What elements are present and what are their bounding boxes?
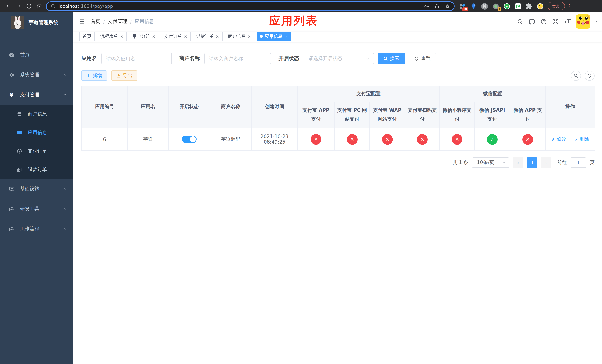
browser-update-button[interactable]: 更新	[548, 2, 565, 10]
col-group-alipay: 支付宝配置	[298, 86, 440, 102]
sidebar-item-label: 首页	[20, 52, 30, 58]
fullscreen-icon[interactable]	[553, 18, 559, 25]
sidebar-item-label: 研发工具	[20, 205, 39, 212]
trash-icon	[574, 137, 578, 141]
bookmark-star-icon[interactable]	[445, 3, 450, 9]
col-alipay-app: 支付宝 APP 支付	[298, 102, 334, 128]
sidebar-item-dev-tools[interactable]: 研发工具	[0, 199, 73, 219]
chevron-down-icon	[63, 207, 67, 211]
font-size-icon[interactable]: TT	[564, 18, 571, 25]
password-key-icon[interactable]	[424, 3, 429, 9]
tag-tab-user-group[interactable]: 用户分组	[129, 32, 159, 41]
sidebar-item-app-info[interactable]: 应用信息	[0, 123, 73, 142]
extension-green-dot-icon[interactable]: 1	[492, 2, 499, 10]
export-button[interactable]: 导出	[111, 70, 137, 81]
wechat-mini-status-icon	[452, 134, 462, 145]
extension-y-icon[interactable]: y	[503, 2, 511, 10]
address-bar[interactable]: localhost:1024/pay/app	[46, 1, 455, 11]
tag-tab-pay-order[interactable]: 支付订单	[161, 32, 191, 41]
delete-link[interactable]: 删除	[574, 136, 589, 143]
col-alipay-qr: 支付宝扫码支付	[405, 102, 440, 128]
page-size-select[interactable]: 10条/页	[472, 157, 509, 168]
col-app-name: 应用名	[128, 86, 169, 128]
github-icon[interactable]	[529, 18, 535, 25]
forward-icon[interactable]	[13, 1, 24, 11]
tag-tab-home[interactable]: 首页	[79, 32, 95, 41]
next-page-button[interactable]	[541, 157, 551, 168]
sidebar-item-merchant-info[interactable]: 商户信息	[0, 105, 73, 123]
extension-kite-icon[interactable]	[470, 2, 477, 10]
extension-blue-diamond-icon[interactable]: 10	[459, 2, 466, 10]
sidebar-item-label: 系统管理	[20, 72, 39, 78]
refresh-table-button[interactable]	[585, 71, 595, 81]
pencil-icon	[551, 137, 556, 141]
share-icon[interactable]	[434, 3, 440, 9]
merchant-name-input[interactable]	[204, 53, 271, 64]
sidebar-item-label: 工作流程	[20, 225, 39, 232]
search-icon[interactable]	[517, 18, 523, 25]
payment-submenu: 商户信息 应用信息 支付订单	[0, 105, 73, 179]
app-logo[interactable]: 芋道管理系统	[0, 12, 73, 33]
close-icon[interactable]	[184, 34, 187, 38]
sidebar-item-label: 基础设施	[20, 185, 39, 192]
extension-chat-icon[interactable]	[514, 2, 522, 10]
close-icon[interactable]	[248, 34, 251, 38]
sidebar-item-workflow[interactable]: 工作流程	[0, 219, 73, 239]
status-label: 开启状态	[279, 55, 299, 62]
close-icon[interactable]	[216, 34, 219, 38]
sidebar-item-pay-order[interactable]: 支付订单	[0, 142, 73, 160]
alipay-app-status-icon	[311, 134, 321, 145]
search-button[interactable]: 搜索	[378, 53, 405, 64]
extension-icons: 10 1 y	[459, 2, 544, 10]
screen: localhost:1024/pay/app 10 1 y	[0, 0, 602, 364]
breadcrumb-payment[interactable]: 支付管理	[108, 18, 127, 25]
current-page-button[interactable]: 1	[527, 157, 537, 168]
close-icon[interactable]	[120, 34, 123, 38]
col-wechat-mini: 微信小程序支付	[440, 102, 474, 128]
goto-page-input[interactable]	[570, 157, 586, 168]
sidebar-item-label: 支付管理	[20, 91, 39, 98]
total-count: 共 1 条	[453, 159, 468, 166]
status-select[interactable]: 请选择开启状态	[304, 53, 374, 64]
reset-button[interactable]: 重置	[409, 53, 436, 64]
enabled-toggle[interactable]	[182, 136, 197, 143]
tag-tab-process-form[interactable]: 流程表单	[97, 32, 127, 41]
avatar-caret-icon[interactable]	[596, 20, 598, 23]
sidebar-item-infrastructure[interactable]: 基础设施	[0, 179, 73, 199]
add-button[interactable]: 新增	[81, 70, 107, 81]
col-alipay-wap: 支付宝 WAP 网站支付	[370, 102, 405, 128]
toggle-search-button[interactable]	[571, 71, 581, 81]
close-icon[interactable]	[284, 34, 288, 38]
back-icon[interactable]	[3, 1, 13, 11]
prev-page-button[interactable]	[513, 157, 523, 168]
chevron-down-icon	[63, 187, 67, 191]
home-icon[interactable]	[34, 1, 44, 11]
sidebar-item-refund-order[interactable]: 退款订单	[0, 160, 73, 179]
sidebar-item-system[interactable]: 系统管理	[0, 65, 73, 85]
monitor-chart-icon	[9, 186, 14, 192]
sidebar-item-payment[interactable]: 支付管理	[0, 85, 73, 105]
avatar[interactable]	[576, 14, 590, 29]
sidebar-item-home[interactable]: 首页	[0, 45, 73, 65]
extensions-puzzle-icon[interactable]	[525, 2, 533, 10]
tag-tab-refund-order[interactable]: 退款订单	[193, 32, 222, 41]
close-icon[interactable]	[152, 34, 155, 38]
tag-tab-app-info[interactable]: 应用信息	[257, 32, 291, 41]
page-annotation: 应用列表	[269, 13, 318, 29]
breadcrumb-home[interactable]: 首页	[91, 18, 100, 25]
refresh-icon	[587, 73, 592, 78]
search-icon	[383, 56, 388, 61]
app-name-input[interactable]	[101, 53, 172, 64]
edit-link[interactable]: 修改	[551, 136, 567, 143]
merchant-name-label: 商户名称	[179, 55, 200, 62]
sidebar-toggle-icon[interactable]	[73, 12, 91, 31]
reload-icon[interactable]	[24, 1, 34, 11]
extension-command-icon[interactable]	[481, 2, 488, 10]
top-navbar: 首页 / 支付管理 / 应用信息 应用列表	[73, 12, 602, 31]
sidebar-item-label: 支付订单	[28, 148, 47, 154]
help-icon[interactable]	[541, 18, 547, 25]
info-icon[interactable]	[51, 4, 55, 9]
profile-emoji-icon[interactable]	[537, 2, 544, 10]
tag-tab-merchant-info[interactable]: 商户信息	[225, 32, 254, 41]
browser-menu-icon[interactable]	[567, 3, 572, 9]
